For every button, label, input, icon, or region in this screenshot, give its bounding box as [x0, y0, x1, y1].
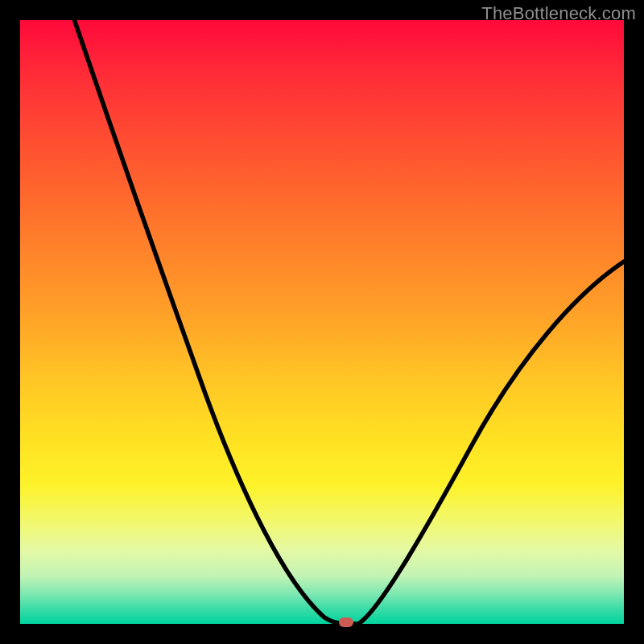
- bottleneck-curve: [20, 20, 624, 624]
- watermark-text: TheBottleneck.com: [481, 3, 636, 24]
- chart-frame: TheBottleneck.com: [0, 0, 644, 644]
- optimum-marker: [339, 617, 353, 627]
- curve-path: [75, 20, 625, 624]
- plot-area: [20, 20, 624, 624]
